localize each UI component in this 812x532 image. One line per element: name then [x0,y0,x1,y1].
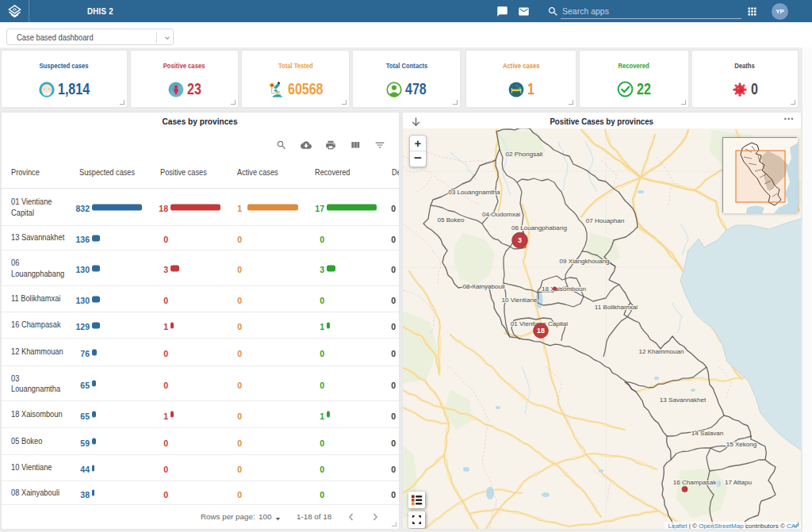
svg-text:10 Vientiane: 10 Vientiane [502,297,538,304]
svg-text:06 Louangphabang: 06 Louangphabang [511,224,567,232]
svg-text:16 Champasak: 16 Champasak [673,479,717,486]
svg-text:04 Oudomxai: 04 Oudomxai [482,211,520,218]
svg-text:18: 18 [537,327,545,335]
svg-text:18 Xaisomboun: 18 Xaisomboun [542,285,586,293]
svg-text:03 Louangnamtha: 03 Louangnamtha [448,189,500,196]
svg-text:05 Bokeo: 05 Bokeo [437,216,465,224]
svg-text:08 Xainyabouli: 08 Xainyabouli [462,283,504,290]
svg-text:15 Xekong: 15 Xekong [726,441,757,448]
svg-text:13 Savannakhet: 13 Savannakhet [660,396,707,404]
svg-text:12 Khammouan: 12 Khammouan [638,348,684,355]
svg-text:11 Bolikhamxai: 11 Bolikhamxai [595,304,638,311]
svg-text:09 Xiangkhouang: 09 Xiangkhouang [559,258,609,265]
svg-text:17 Attapu: 17 Attapu [725,479,752,486]
svg-text:02 Phongsali: 02 Phongsali [506,151,543,158]
svg-text:14 Salavan: 14 Salavan [691,430,724,437]
svg-text:07 Houaphan: 07 Houaphan [586,217,625,224]
svg-text:3: 3 [518,236,522,244]
